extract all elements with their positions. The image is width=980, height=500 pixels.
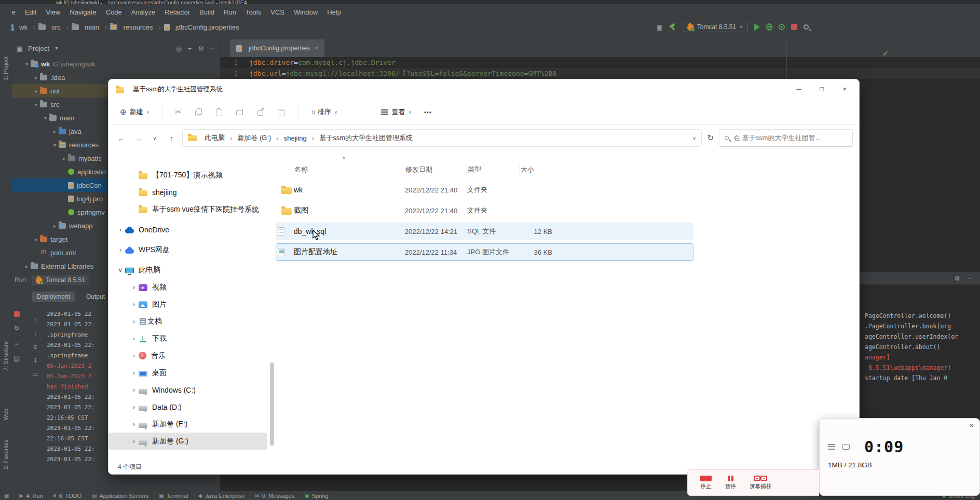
- address-crumb[interactable]: 基于ssm的大学生社团管理系统: [319, 133, 413, 143]
- tool-window-icon[interactable]: ▣: [656, 23, 662, 31]
- menu-item[interactable]: VCS: [266, 7, 289, 18]
- refresh-button[interactable]: ↻: [707, 133, 714, 143]
- collapse-all-icon[interactable]: ÷: [188, 45, 192, 52]
- paste-icon[interactable]: [215, 108, 223, 116]
- tree-chevron-icon[interactable]: ▾: [42, 115, 49, 121]
- explorer-sidebar-item[interactable]: › 下载: [108, 330, 267, 347]
- run-config-tab[interactable]: Tomcat 8.5.51: [32, 275, 89, 285]
- scroll-end-icon[interactable]: ↧: [33, 357, 38, 364]
- stop-process-icon[interactable]: [14, 311, 20, 317]
- explorer-sidebar-item[interactable]: › Windows (C:): [108, 381, 267, 398]
- chevron-down-icon[interactable]: ▼: [55, 46, 59, 51]
- status-bar-item[interactable]: ◆ Java Enterprise: [198, 493, 244, 499]
- run-button[interactable]: [754, 23, 760, 31]
- maximize-button[interactable]: □: [810, 79, 833, 99]
- explorer-sidebar-item[interactable]: ∨ 此电脑: [108, 261, 267, 279]
- breadcrumb-item[interactable]: jdbcConfig.properties: [163, 23, 240, 31]
- menu-item[interactable]: Build: [195, 7, 219, 18]
- chevron-icon[interactable]: ›: [129, 335, 139, 342]
- chevron-icon[interactable]: ›: [129, 300, 139, 308]
- explorer-sidebar-item[interactable]: › Data (D:): [108, 398, 267, 415]
- rerun-icon[interactable]: ↻: [14, 324, 20, 332]
- tree-chevron-icon[interactable]: ▸: [60, 156, 68, 161]
- status-bar-item[interactable]: ◉ Spring: [305, 493, 329, 499]
- chevron-icon[interactable]: ›: [129, 386, 139, 394]
- chevron-icon[interactable]: ›: [129, 369, 139, 377]
- tree-chevron-icon[interactable]: ▸: [51, 129, 59, 134]
- status-bar-item[interactable]: ✉ 0: Messages: [255, 493, 294, 499]
- gear-icon[interactable]: ⚙: [955, 275, 960, 282]
- close-button[interactable]: ×: [833, 79, 856, 99]
- explorer-sidebar-item[interactable]: › 新加卷 (G:): [108, 433, 267, 450]
- explorer-sidebar-item[interactable]: › 图片: [108, 296, 267, 313]
- tree-chevron-icon[interactable]: ▸: [51, 223, 59, 229]
- view-button[interactable]: 查看 ∨: [381, 107, 412, 117]
- recent-chevron-icon[interactable]: ∨: [149, 135, 160, 141]
- explorer-sidebar-item[interactable]: › 桌面: [108, 364, 267, 381]
- explorer-file-pane[interactable]: ∧ 名称 修改日期 类型 大小 wk 2022/12/22 21:40 文件夹: [276, 151, 859, 474]
- hide-panel-icon[interactable]: ─: [210, 45, 215, 52]
- more-options-button[interactable]: •••: [424, 109, 432, 115]
- explorer-sidebar-item[interactable]: › 新加卷 (E:): [108, 415, 267, 433]
- soft-wrap-icon[interactable]: ≡: [33, 343, 37, 351]
- tree-chevron-icon[interactable]: ▸: [23, 263, 31, 269]
- project-tree-item[interactable]: ▾ wk G:\shejiing\wk: [11, 57, 220, 71]
- menu-item[interactable]: Run: [219, 7, 241, 18]
- file-row[interactable]: 图片配置地址 2022/12/22 11:34 JPG 图片文件 36 KB: [276, 243, 693, 261]
- right-console-log[interactable]: PageController.welcome().PageController.…: [860, 285, 980, 383]
- up-stack-icon[interactable]: ↑: [34, 316, 37, 324]
- rename-icon[interactable]: [236, 108, 244, 116]
- tab-output[interactable]: Output: [86, 293, 105, 300]
- tab-deployment[interactable]: Deployment: [32, 291, 75, 302]
- status-bar-item[interactable]: ▤ Application Servers: [92, 493, 148, 499]
- menu-item[interactable]: Navigate: [65, 7, 101, 18]
- chevron-icon[interactable]: ›: [129, 437, 139, 445]
- tree-chevron-icon[interactable]: ▾: [51, 142, 59, 148]
- sort-button[interactable]: ↑↓ 排序 ∨: [311, 107, 338, 117]
- status-bar-item[interactable]: ▶ 4: Run: [19, 493, 43, 499]
- down-stack-icon[interactable]: ↓: [34, 330, 37, 337]
- minimize-icon[interactable]: ─: [967, 275, 972, 282]
- explorer-sidebar-item[interactable]: › OneDrive: [108, 221, 267, 238]
- menu-item[interactable]: Help: [322, 7, 346, 18]
- clear-icon[interactable]: ▭: [32, 370, 38, 378]
- tree-chevron-icon[interactable]: ▾: [32, 102, 40, 107]
- explorer-sidebar-item[interactable]: › 音乐: [108, 347, 267, 364]
- menu-item[interactable]: View: [41, 7, 65, 18]
- chevron-icon[interactable]: ›: [129, 283, 139, 291]
- gear-icon[interactable]: ⚙: [198, 45, 204, 52]
- menu-item[interactable]: Edit: [20, 7, 41, 18]
- status-bar-item[interactable]: ≡ 6: TODO: [53, 493, 81, 499]
- run-config-select[interactable]: Tomcat 8.5.51 ▼: [683, 22, 748, 32]
- explorer-sidebar-item[interactable]: › WPS网盘: [108, 241, 267, 258]
- tree-chevron-icon[interactable]: ▾: [23, 61, 31, 67]
- stripe-structure[interactable]: 7: Structure: [3, 336, 9, 376]
- file-row[interactable]: db_wk.sql 2022/12/22 14:21 SQL 文件 12 KB: [276, 223, 693, 240]
- chevron-icon[interactable]: ∨: [116, 266, 125, 274]
- breadcrumb-item[interactable]: main: [71, 23, 108, 31]
- recorder-button[interactable]: 暂停: [725, 475, 736, 490]
- stripe-project[interactable]: 1: Project: [3, 48, 9, 89]
- options-icon[interactable]: ≡: [15, 339, 19, 347]
- tree-chevron-icon[interactable]: ▸: [32, 88, 40, 94]
- menu-item[interactable]: Window: [289, 7, 322, 18]
- stripe-favorites[interactable]: 2: Favorites: [3, 434, 9, 475]
- list-view-icon[interactable]: [828, 444, 835, 450]
- dump-icon[interactable]: ▤: [13, 354, 20, 362]
- menu-item[interactable]: Code: [101, 7, 127, 18]
- recorder-button[interactable]: 屏幕捕获: [750, 475, 771, 490]
- chevron-icon[interactable]: ›: [129, 317, 139, 325]
- cut-icon[interactable]: ✂: [175, 107, 182, 117]
- explorer-sidebar-item[interactable]: 基于ssm vue疫情下医院挂号系统: [108, 201, 267, 218]
- tree-chevron-icon[interactable]: ▸: [32, 237, 40, 242]
- close-tab-icon[interactable]: ×: [315, 45, 318, 52]
- restore-windows-icon[interactable]: ▦: [4, 493, 9, 498]
- editor-tab[interactable]: jdbcConfig.properties ×: [230, 39, 324, 57]
- explorer-sidebar-item[interactable]: › 视频: [108, 279, 267, 296]
- coverage-button[interactable]: [779, 24, 785, 30]
- close-button[interactable]: ×: [969, 422, 973, 429]
- chevron-icon[interactable]: ›: [129, 403, 139, 411]
- share-icon[interactable]: [256, 108, 265, 116]
- menu-item[interactable]: Tools: [241, 7, 266, 18]
- address-bar[interactable]: 此电脑新加卷 (G:)shejiing基于ssm的大学生社团管理系统 ∨: [182, 129, 702, 147]
